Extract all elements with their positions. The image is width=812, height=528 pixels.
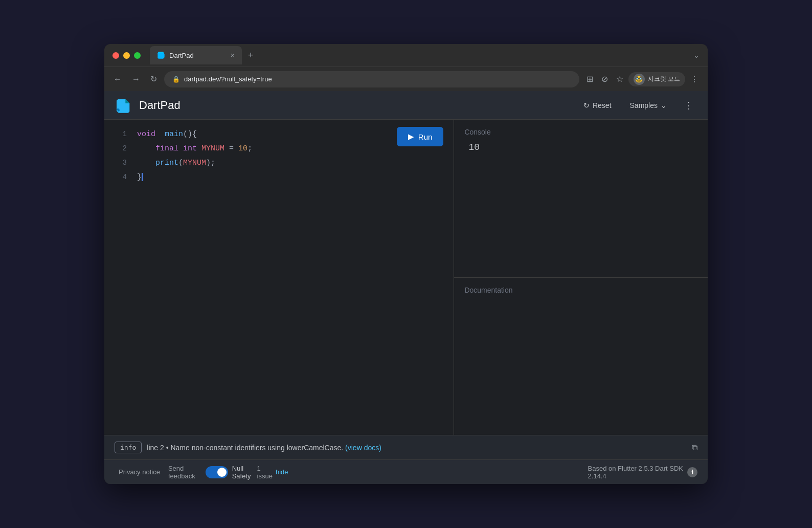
null-safety-label: NullSafety: [232, 465, 251, 480]
console-output: 10: [464, 142, 697, 152]
tab-close-button[interactable]: ×: [231, 51, 235, 59]
profile-name: 시크릿 모드: [648, 75, 680, 83]
code-content-4: }: [137, 173, 143, 182]
code-line-4: 4 }: [104, 173, 454, 187]
issues-bar: info line 2 • Name non-constant identifi…: [104, 435, 708, 459]
app-title: DartPad: [139, 99, 181, 112]
null-safety-toggle[interactable]: [206, 466, 228, 478]
issue-message: line 2 • Name non-constant identifiers u…: [147, 444, 687, 452]
documentation-panel: Documentation: [454, 278, 708, 435]
privacy-notice-link[interactable]: Privacy notice: [115, 466, 164, 478]
maximize-window-button[interactable]: [134, 52, 141, 59]
lock-icon: 🔒: [172, 76, 180, 83]
tab-bar: DartPad × +: [150, 46, 688, 64]
run-play-icon: ▶: [408, 132, 414, 141]
address-bar: ← → ↻ 🔒 dartpad.dev/?null_safety=true ⊞ …: [104, 67, 708, 91]
code-editor[interactable]: 1 void main(){ 2 final int MYNUM = 10; 3…: [104, 120, 454, 435]
code-line-3: 3 print(MYNUM);: [104, 159, 454, 173]
toggle-knob: [217, 468, 227, 477]
send-feedback-link[interactable]: Sendfeedback: [164, 463, 199, 482]
hide-issues-link[interactable]: hide: [276, 468, 288, 476]
issues-count: 1issue: [257, 465, 273, 480]
footer: Privacy notice Sendfeedback NullSafety 1…: [104, 459, 708, 484]
line-number-1: 1: [112, 130, 127, 138]
back-button[interactable]: ←: [110, 73, 125, 86]
line-number-4: 4: [112, 173, 127, 181]
forward-button[interactable]: →: [129, 73, 143, 86]
avatar: 🥸: [634, 74, 645, 85]
null-safety-toggle-wrap: NullSafety: [206, 465, 251, 480]
main-content: 1 void main(){ 2 final int MYNUM = 10; 3…: [104, 120, 708, 435]
reset-icon: ↻: [583, 101, 590, 109]
translate-icon[interactable]: ⊞: [583, 71, 596, 87]
samples-chevron-icon: ⌄: [661, 101, 667, 109]
info-icon[interactable]: ℹ: [687, 467, 697, 477]
new-tab-button[interactable]: +: [244, 48, 258, 63]
copy-icon[interactable]: ⧉: [692, 443, 697, 452]
code-content-3: print(MYNUM);: [137, 159, 215, 167]
sdk-info: Based on Flutter 2.5.3 Dart SDK2.14.4: [588, 465, 683, 480]
bookmark-icon[interactable]: ☆: [613, 71, 626, 87]
dart-favicon-icon: [157, 51, 165, 59]
title-bar: DartPad × + ⌄: [104, 44, 708, 67]
address-input[interactable]: 🔒 dartpad.dev/?null_safety=true: [164, 71, 579, 87]
samples-button[interactable]: Samples ⌄: [625, 98, 672, 113]
traffic-lights: [112, 52, 141, 59]
toolbar-icons: ⊞ ⊘ ☆ 🥸 시크릿 모드 ⋮: [583, 71, 702, 87]
line-number-2: 2: [112, 144, 127, 152]
view-docs-link[interactable]: (view docs): [345, 444, 381, 452]
run-button[interactable]: ▶ Run: [397, 127, 444, 146]
console-panel: Console 10: [454, 120, 708, 278]
browser-tab-dartpad[interactable]: DartPad ×: [150, 46, 242, 64]
code-content-1: void main(){: [137, 130, 197, 139]
run-label: Run: [418, 133, 433, 141]
line-number-3: 3: [112, 159, 127, 167]
browser-more-icon[interactable]: ⋮: [687, 71, 702, 87]
reset-label: Reset: [593, 101, 612, 109]
console-label: Console: [464, 128, 697, 136]
right-panel: Console 10 Documentation: [454, 120, 708, 435]
dartpad-app: DartPad ↻ Reset Samples ⌄ ⋮ 1 void main(…: [104, 91, 708, 484]
close-window-button[interactable]: [112, 52, 119, 59]
eye-off-icon[interactable]: ⊘: [598, 71, 611, 87]
minimize-window-button[interactable]: [123, 52, 130, 59]
info-badge: info: [115, 442, 142, 453]
issue-item: info line 2 • Name non-constant identifi…: [104, 435, 708, 459]
tab-overflow-button[interactable]: ⌄: [693, 51, 700, 59]
samples-label: Samples: [630, 101, 658, 109]
app-header: DartPad ↻ Reset Samples ⌄ ⋮: [104, 91, 708, 120]
address-url: dartpad.dev/?null_safety=true: [184, 75, 272, 83]
browser-window: DartPad × + ⌄ ← → ↻ 🔒 dartpad.dev/?null_…: [104, 44, 708, 484]
dartpad-logo-icon: [115, 97, 131, 114]
tab-title: DartPad: [169, 52, 227, 59]
code-content-2: final int MYNUM = 10;: [137, 144, 252, 153]
profile-badge[interactable]: 🥸 시크릿 모드: [628, 72, 685, 86]
code-line-2: 2 final int MYNUM = 10;: [104, 144, 454, 159]
more-options-button[interactable]: ⋮: [680, 97, 697, 114]
reload-button[interactable]: ↻: [147, 72, 160, 86]
documentation-label: Documentation: [464, 286, 697, 294]
reset-button[interactable]: ↻ Reset: [578, 98, 617, 113]
editor-panel: 1 void main(){ 2 final int MYNUM = 10; 3…: [104, 120, 454, 435]
